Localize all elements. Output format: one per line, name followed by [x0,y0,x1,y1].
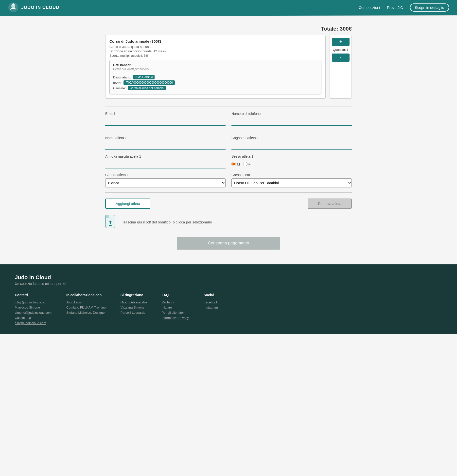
product-desc2: Iscrizione ad un corso (durata: 12 mesi) [109,49,321,53]
separator-3 [105,192,352,193]
file-upload-area[interactable]: Trascina qui il pdf del bonifico, o clic… [105,215,352,229]
cintura-select[interactable]: Bianca Gialla Arancione Verde Blu Marron… [105,178,226,187]
footer-brand: Judo in Cloud [15,274,442,281]
footer-social-title: Social [204,293,218,297]
logo-icon [8,2,19,13]
footer-link-vazzana[interactable]: Vazzana Simone [121,306,147,309]
total-row: Totale: 300€ [105,26,352,32]
footer-link-casotti[interactable]: Casotti Elia [15,316,52,320]
footer: Judo in Cloud Un servizio fatto su misur… [0,264,457,334]
product-title: Corso di Judo annuale (300€) [109,39,321,43]
footer-link-judolavis[interactable]: Judo Lavis [66,300,106,304]
footer-link-girardi[interactable]: Girardi Alessandro [121,300,147,304]
footer-contatti-title: Contatti [15,293,52,297]
form-group-cintura: Cintura atleta 1 Bianca Gialla Arancione… [105,173,226,187]
nome-input[interactable] [105,141,226,150]
bank-dest-value[interactable]: Judo Helsinki [133,75,155,79]
bank-row-destinatario: Destinatario: Judo Helsinki [113,75,318,79]
footer-link-elia-email[interactable]: elia@judoincloud.com [15,321,52,325]
footer-link-allenatori[interactable]: Per gli allenatori [162,311,189,314]
separator-2 [105,131,352,131]
form-group-sesso: Sesso atleta 1 M F [231,154,352,168]
navbar: JUDO IN CLOUD Competizioni Prova JiC Sco… [0,0,457,15]
footer-cols: Contatti info@judoincloud.com Marrocco S… [15,293,442,326]
form-group-phone: Numero di telefono [231,112,352,126]
footer-link-simone-email[interactable]: simone@judoincloud.com [15,311,52,314]
email-input[interactable] [105,117,226,126]
footer-link-vantaggi[interactable]: Vantaggi [162,300,189,304]
nascita-label: Anno di nascita atleta 1 [105,154,226,158]
bank-iban-value[interactable]: IT00A000000000000000000000000 [123,80,175,85]
bank-title: Dati bancari [113,63,318,67]
file-upload-icon [105,215,118,229]
footer-link-info[interactable]: info@judoincloud.com [15,300,52,304]
corso-select[interactable]: Corso Di Judo Per Bambini Corso Di Judo … [231,178,352,187]
footer-link-facebook[interactable]: Facebook [204,300,218,304]
footer-col-collaborazione: In collaborazione con Judo Lavis Comitat… [66,293,106,326]
product-desc1: Corso di Judo, quota annuale [109,45,321,49]
product-desc3: Sconto multipli acquisti: 5% [109,54,321,57]
footer-col-social: Social Facebook Instagram [204,293,218,326]
nav-links: Competizioni Prova JiC Scopri in dettagl… [359,3,449,12]
form-group-nascita: Anno di nascita atleta 1 [105,154,226,168]
separator-1 [105,107,352,107]
bank-causale-value[interactable]: Corso di Judo per bambini [128,86,166,90]
sesso-f-label[interactable]: F [243,162,251,166]
nav-link-prova[interactable]: Prova JiC [387,5,403,10]
footer-link-privacy[interactable]: Informativa Privacy [162,316,189,320]
form-row-nome-cognome: Nome atleta 1 Cognome atleta 1 [105,136,352,150]
footer-link-stefano[interactable]: Stefano Michelon, Designer [66,311,106,314]
phone-input[interactable] [231,117,352,126]
quantity-minus-button[interactable]: - [332,54,350,62]
form-row-cintura-corso: Cintura atleta 1 Bianca Gialla Arancione… [105,173,352,187]
cognome-input[interactable] [231,141,352,150]
add-athlete-button[interactable]: Aggiungi atleta [105,199,150,209]
total-label: Totale: 300€ [321,26,352,32]
form-group-cognome: Cognome atleta 1 [231,136,352,150]
form-group-email: E-mail [105,112,226,126]
quantity-label: Quantità: 1 [333,48,349,52]
bank-row-causale: Causale: Corso di Judo per bambini [113,86,318,90]
form-group-corso: Corso atleta 1 Corso Di Judo Per Bambini… [231,173,352,187]
bank-hint: Clicca sui valori per copiarli [113,67,318,71]
footer-col-faq: FAQ Vantaggi Iniziare Per gli allenatori… [162,293,189,326]
brand-label: JUDO IN CLOUD [21,5,59,10]
footer-tagline: Un servizio fatto su misura per te! [15,282,442,286]
sesso-f-radio[interactable] [243,162,247,166]
cintura-label: Cintura atleta 1 [105,173,226,177]
cognome-label: Cognome atleta 1 [231,136,352,140]
buttons-row: Aggiungi atleta Rimuovi atleta [105,199,352,209]
svg-point-2 [12,3,14,5]
footer-link-porcelli[interactable]: Porcelli Leonardo [121,311,147,314]
bank-causale-label: Causale: [113,86,126,90]
submit-button[interactable]: Consegna pagamento [177,237,280,250]
sesso-m-radio[interactable] [231,162,236,166]
form-row-email-phone: E-mail Numero di telefono [105,112,352,126]
main-content: Totale: 300€ Corso di Judo annuale (300€… [100,16,357,264]
sesso-m-label[interactable]: M [231,162,240,166]
product-card: Corso di Judo annuale (300€) Corso di Ju… [105,35,326,99]
sesso-label: Sesso atleta 1 [231,154,352,158]
bank-dest-label: Destinatario: [113,75,131,79]
sesso-radio-group: M F [231,160,352,166]
form-group-nome: Nome atleta 1 [105,136,226,150]
footer-link-comitato[interactable]: Comitato FIJLKAM Trentino [66,306,106,309]
bank-row-iban: IBAN: IT00A000000000000000000000000 [113,80,318,85]
footer-link-instagram[interactable]: Instagram [204,306,218,309]
footer-link-marrocco[interactable]: Marrocco Simone [15,306,52,309]
file-upload-text: Trascina qui il pdf del bonifico, o clic… [122,220,212,224]
form-row-nascita-sesso: Anno di nascita atleta 1 Sesso atleta 1 … [105,154,352,168]
footer-collab-title: In collaborazione con [66,293,106,297]
nav-link-competizioni[interactable]: Competizioni [359,5,380,10]
nascita-input[interactable] [105,160,226,168]
nav-cta-button[interactable]: Scopri in dettaglio [410,3,449,12]
svg-rect-5 [109,225,112,226]
phone-label: Numero di telefono [231,112,352,116]
svg-rect-4 [106,215,108,218]
remove-athlete-button[interactable]: Rimuovi atleta [308,199,352,209]
email-label: E-mail [105,112,226,116]
footer-ring-title: Si ringraziano [121,293,147,297]
quantity-box: + Quantità: 1 - [330,35,352,99]
footer-link-iniziare[interactable]: Iniziare [162,306,189,309]
quantity-plus-button[interactable]: + [332,38,350,46]
